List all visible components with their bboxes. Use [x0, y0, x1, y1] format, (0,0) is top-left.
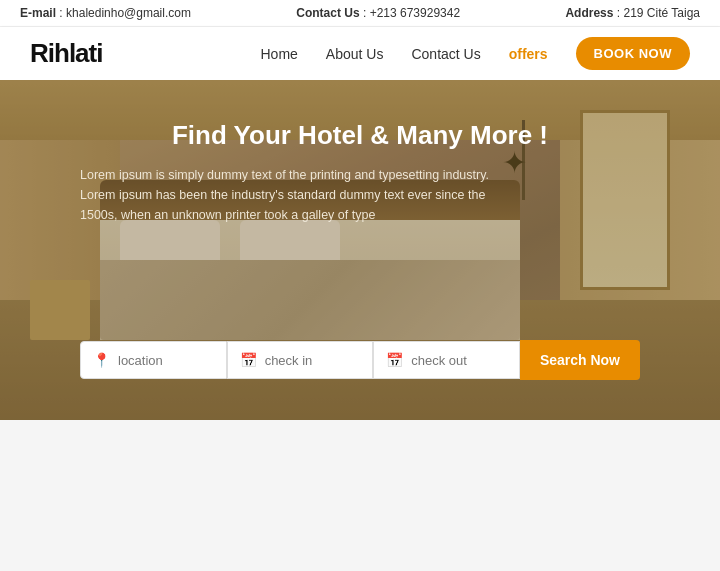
- search-bar: 📍 📅 📅 Search Now: [80, 340, 640, 380]
- email-label: E-mail: [20, 6, 56, 20]
- checkout-input[interactable]: [411, 353, 507, 368]
- logo: Rihlati: [30, 38, 102, 69]
- nav-home[interactable]: Home: [261, 46, 298, 62]
- checkin-calendar-icon: 📅: [240, 352, 257, 368]
- hero-description: Lorem ipsum is simply dummy text of the …: [80, 165, 510, 225]
- nav-offers[interactable]: offers: [509, 46, 548, 62]
- email-info: E-mail : khaledinho@gmail.com: [20, 6, 191, 20]
- location-icon: 📍: [93, 352, 110, 368]
- contact-value: +213 673929342: [370, 6, 460, 20]
- nav-about[interactable]: About Us: [326, 46, 384, 62]
- address-info: Address : 219 Cité Taiga: [565, 6, 700, 20]
- checkout-calendar-icon: 📅: [386, 352, 403, 368]
- contact-label: Contact Us: [296, 6, 359, 20]
- header: Rihlati Home About Us Contact Us offers …: [0, 27, 720, 80]
- checkin-field: 📅: [227, 341, 374, 379]
- address-value: 219 Cité Taiga: [623, 6, 700, 20]
- below-hero-section: [0, 420, 720, 571]
- checkout-field: 📅: [373, 341, 520, 379]
- checkin-input[interactable]: [265, 353, 361, 368]
- book-now-button[interactable]: BOOK NOW: [576, 37, 690, 70]
- top-bar: E-mail : khaledinho@gmail.com Contact Us…: [0, 0, 720, 27]
- hero-section: ✦ Find Your Hotel & Many More ! Lorem ip…: [0, 80, 720, 420]
- location-field: 📍: [80, 341, 227, 379]
- main-nav: Home About Us Contact Us offers BOOK NOW: [261, 37, 691, 70]
- address-label: Address: [565, 6, 613, 20]
- hero-content: Find Your Hotel & Many More ! Lorem ipsu…: [0, 80, 720, 255]
- hero-title: Find Your Hotel & Many More !: [80, 120, 640, 151]
- contact-colon: :: [363, 6, 370, 20]
- location-input[interactable]: [118, 353, 214, 368]
- contact-info: Contact Us : +213 673929342: [296, 6, 460, 20]
- email-value: khaledinho@gmail.com: [66, 6, 191, 20]
- search-button[interactable]: Search Now: [520, 340, 640, 380]
- nav-contact[interactable]: Contact Us: [411, 46, 480, 62]
